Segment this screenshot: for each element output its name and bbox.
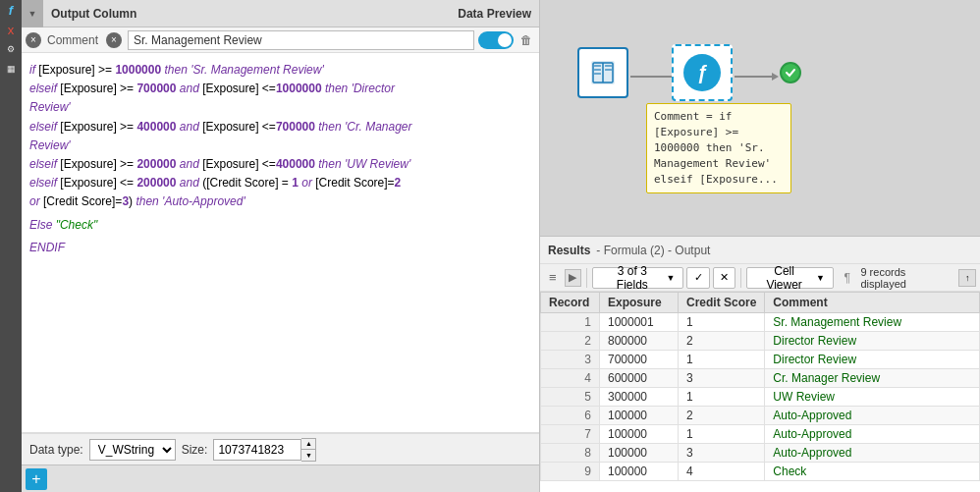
datatype-select[interactable]: V_WString xyxy=(89,439,176,461)
output-node[interactable] xyxy=(780,62,801,83)
cell-comment: Cr. Manager Review xyxy=(765,369,980,388)
cell-exposure: 100000 xyxy=(600,463,679,481)
fields-count-button[interactable]: 3 of 3 Fields ▼ xyxy=(592,267,683,289)
svg-rect-6 xyxy=(605,65,612,67)
collapse-button[interactable]: ▼ xyxy=(22,0,43,27)
clear-toggle-button[interactable] xyxy=(106,32,122,48)
cell-exposure: 100000 xyxy=(600,444,679,463)
output-column-title: Output Column xyxy=(43,7,450,21)
cell-record: 5 xyxy=(541,388,600,407)
table-row: 2 800000 2 Director Review xyxy=(541,332,980,351)
cell-credit-score: 1 xyxy=(679,313,765,332)
col-record: Record xyxy=(541,293,600,313)
results-table: Record Exposure Credit Score Comment 1 1… xyxy=(540,292,980,481)
size-up-button[interactable]: ▲ xyxy=(301,439,315,450)
table-row: 8 100000 3 Auto-Approved xyxy=(541,444,980,463)
cell-comment: UW Review xyxy=(765,388,980,407)
cell-record: 6 xyxy=(541,407,600,425)
scroll-up-icon[interactable]: ▶ xyxy=(565,269,582,287)
cell-comment: Auto-Approved xyxy=(765,425,980,444)
book-node[interactable] xyxy=(577,47,628,98)
table-row: 4 600000 3 Cr. Manager Review xyxy=(541,369,980,388)
cell-record: 9 xyxy=(541,463,600,481)
cell-viewer-button[interactable]: Cell Viewer ▼ xyxy=(746,267,834,289)
cell-credit-score: 2 xyxy=(679,407,765,425)
toggle-switch[interactable] xyxy=(478,31,514,49)
table-row: 9 100000 4 Check xyxy=(541,463,980,481)
cell-record: 2 xyxy=(541,332,600,351)
left-icon-sidebar: f x ⚙ ▦ xyxy=(0,0,22,492)
cell-record: 7 xyxy=(541,425,600,444)
separator-icon: ¶ xyxy=(839,269,856,287)
table-row: 6 100000 2 Auto-Approved xyxy=(541,407,980,425)
results-subtitle: - Formula (2) - Output xyxy=(596,244,710,257)
cell-exposure: 700000 xyxy=(600,351,679,369)
formula-line-3: elseif [Exposure] >= 400000 and [Exposur… xyxy=(29,118,531,137)
field-value-display: Sr. Management Review xyxy=(128,30,474,50)
clear-button[interactable] xyxy=(26,32,41,48)
delete-button[interactable]: 🗑 xyxy=(517,31,535,49)
cell-comment: Sr. Management Review xyxy=(765,313,980,332)
table-row: 3 700000 1 Director Review xyxy=(541,351,980,369)
cell-comment: Auto-Approved xyxy=(765,444,980,463)
cell-credit-score: 1 xyxy=(679,351,765,369)
cell-record: 3 xyxy=(541,351,600,369)
check-icon xyxy=(785,67,796,79)
cell-exposure: 300000 xyxy=(600,388,679,407)
formula-editor[interactable]: if [Exposure] >= 1000000 then 'Sr. Manag… xyxy=(22,53,539,433)
x-icon[interactable]: x xyxy=(1,20,21,39)
cell-viewer-label: Cell Viewer xyxy=(755,264,813,292)
results-title: Results xyxy=(548,244,590,257)
canvas-area: ƒ Comment = if [Exposure] >= 1000000 the… xyxy=(540,0,980,236)
cell-record: 1 xyxy=(541,313,600,332)
cell-record: 4 xyxy=(541,369,600,388)
size-input[interactable] xyxy=(213,439,301,461)
book-icon xyxy=(587,57,619,88)
left-toolbar: + xyxy=(22,465,539,492)
svg-rect-5 xyxy=(594,73,601,75)
formula-line-2: elseif [Exposure] >= 700000 and [Exposur… xyxy=(29,80,531,98)
cell-comment: Check xyxy=(765,463,980,481)
formula-node[interactable]: ƒ xyxy=(672,44,733,101)
datatype-label: Data type: xyxy=(29,443,83,457)
formula-icon[interactable]: f xyxy=(1,0,21,20)
table-row: 1 1000001 1 Sr. Management Review xyxy=(541,313,980,332)
datatype-row: Data type: V_WString Size: ▲ ▼ xyxy=(22,433,539,465)
formula-node-icon: ƒ xyxy=(683,54,721,91)
col-comment: Comment xyxy=(765,293,980,313)
cell-credit-score: 2 xyxy=(679,332,765,351)
cell-exposure: 100000 xyxy=(600,407,679,425)
results-panel: Results - Formula (2) - Output ≡ ▶ 3 of … xyxy=(540,236,980,492)
fields-count-label: 3 of 3 Fields xyxy=(601,264,663,292)
x-button[interactable]: ✕ xyxy=(713,267,735,289)
cell-exposure: 1000001 xyxy=(600,313,679,332)
formula-line-3b: Review' xyxy=(29,137,531,155)
settings-icon[interactable]: ⚙ xyxy=(1,39,21,59)
cell-credit-score: 4 xyxy=(679,463,765,481)
add-field-button[interactable]: + xyxy=(26,468,47,490)
cell-credit-score: 3 xyxy=(679,369,765,388)
size-label: Size: xyxy=(182,443,208,457)
cell-credit-score: 3 xyxy=(679,444,765,463)
cell-comment: Director Review xyxy=(765,351,980,369)
formula-line-5: elseif [Exposure] <= 200000 and ([Credit… xyxy=(29,174,531,192)
formula-line-7: ENDIF xyxy=(29,239,531,257)
svg-rect-7 xyxy=(605,69,612,71)
cell-exposure: 600000 xyxy=(600,369,679,388)
list-icon[interactable]: ≡ xyxy=(544,269,562,287)
size-down-button[interactable]: ▼ xyxy=(301,450,315,461)
scroll-top-button[interactable]: ↑ xyxy=(958,269,976,287)
table-row: 5 300000 1 UW Review xyxy=(541,388,980,407)
field-name-label: Comment xyxy=(47,33,98,47)
cell-credit-score: 1 xyxy=(679,388,765,407)
formula-tooltip: Comment = if [Exposure] >= 1000000 then … xyxy=(646,103,791,193)
results-table-container[interactable]: Record Exposure Credit Score Comment 1 1… xyxy=(540,292,980,492)
connector-2 xyxy=(735,73,779,81)
field-row: Comment Sr. Management Review 🗑 xyxy=(22,27,539,53)
left-header: ▼ Output Column Data Preview xyxy=(22,0,539,27)
filter-icon[interactable]: ▦ xyxy=(1,59,21,79)
cell-exposure: 800000 xyxy=(600,332,679,351)
formula-line-1: if [Exposure] >= 1000000 then 'Sr. Manag… xyxy=(29,61,531,80)
formula-line-2b: Review' xyxy=(29,98,531,117)
check-all-button[interactable]: ✓ xyxy=(686,267,709,289)
